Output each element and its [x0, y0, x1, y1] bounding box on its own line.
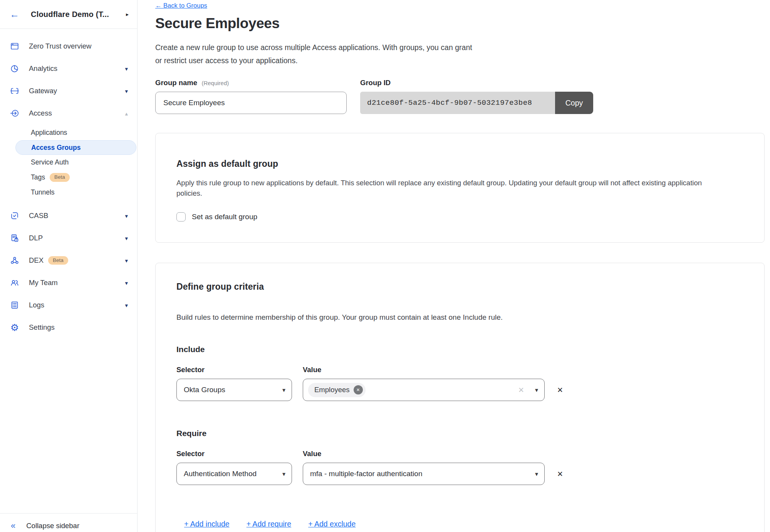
sidebar-item-access-groups[interactable]: Access Groups	[15, 140, 136, 155]
require-selector-dropdown[interactable]: Authentication Method ▾	[176, 463, 292, 485]
selected-option: Authentication Method	[184, 470, 257, 478]
value-tag-label: Employees	[314, 386, 350, 394]
casb-icon	[10, 211, 20, 220]
group-name-input[interactable]	[155, 92, 347, 114]
log-list-icon	[10, 300, 20, 310]
remove-require-rule-button[interactable]: ✕	[557, 470, 563, 478]
chevron-down-icon[interactable]: ▾	[125, 235, 128, 241]
sidebar: ← Cloudflare Demo (T... ▸ Zero Trust ove…	[0, 0, 138, 532]
sidebar-item-tunnels[interactable]: Tunnels	[0, 185, 137, 200]
chevron-down-icon: ▾	[282, 386, 285, 394]
sidebar-item-label: My Team	[29, 279, 58, 287]
checkbox-unchecked-icon[interactable]	[176, 212, 186, 222]
require-value-dropdown[interactable]: mfa - multiple-factor authentication ▾	[303, 463, 545, 485]
gateway-icon	[10, 86, 20, 96]
sidebar-item-service-auth[interactable]: Service Auth	[0, 155, 137, 170]
access-submenu: Applications Access Groups Service Auth …	[0, 125, 137, 200]
remove-include-rule-button[interactable]: ✕	[557, 386, 563, 394]
sidebar-item-label: CASB	[29, 211, 48, 220]
sidebar-item-label: DLP	[29, 234, 43, 242]
chevron-down-icon[interactable]: ▾	[125, 88, 128, 94]
main-content: ← Back to Groups Secure Employees Create…	[155, 0, 765, 532]
chevron-down-icon[interactable]: ▾	[125, 66, 128, 72]
clear-values-icon[interactable]: ✕	[518, 386, 524, 394]
sidebar-item-applications[interactable]: Applications	[0, 125, 137, 140]
assign-default-group-card: Assign as default group Apply this rule …	[155, 133, 765, 243]
page-description-line: Create a new rule group to use across mu…	[155, 41, 765, 54]
include-value-multiselect[interactable]: Employees ✕ ✕ ▾	[303, 379, 545, 401]
group-id-text: d21ce80f-5a25-4bcf-9b07-5032197e3be8	[367, 99, 532, 107]
group-id-value: d21ce80f-5a25-4bcf-9b07-5032197e3be8	[360, 92, 555, 114]
set-default-group-checkbox-row[interactable]: Set as default group	[176, 212, 257, 222]
card-description: Build rules to determine membership of t…	[176, 312, 723, 322]
sidebar-item-settings[interactable]: ⚙ Settings	[0, 316, 137, 339]
network-nodes-icon	[10, 256, 20, 265]
chevron-down-icon: ▾	[535, 386, 538, 394]
require-heading: Require	[176, 429, 743, 438]
sidebar-item-label: Access Groups	[31, 144, 81, 152]
sidebar-item-label: Zero Trust overview	[29, 42, 91, 50]
sidebar-item-dex[interactable]: DEX Beta ▾	[0, 249, 137, 272]
remove-tag-icon[interactable]: ✕	[354, 385, 363, 394]
document-lock-icon	[10, 233, 20, 243]
chevron-down-icon: ▾	[282, 470, 285, 478]
sidebar-item-access[interactable]: Access ▴	[0, 102, 137, 124]
page-description-line: or restrict user access to your applicat…	[155, 54, 765, 67]
sidebar-header: ← Cloudflare Demo (T... ▸	[0, 0, 137, 29]
sidebar-item-dlp[interactable]: DLP ▾	[0, 227, 137, 249]
expand-account-icon[interactable]: ▸	[126, 11, 129, 17]
gear-icon: ⚙	[10, 323, 20, 332]
sidebar-item-casb[interactable]: CASB ▾	[0, 205, 137, 227]
card-title: Define group criteria	[176, 282, 743, 292]
page-title: Secure Employees	[155, 15, 765, 32]
chevron-down-icon[interactable]: ▾	[125, 258, 128, 263]
access-icon	[10, 109, 20, 118]
card-description: Apply this rule group to new application…	[176, 178, 723, 198]
beta-badge: Beta	[48, 256, 68, 265]
add-exclude-link[interactable]: + Add exclude	[308, 520, 356, 529]
back-to-groups-link[interactable]: ← Back to Groups	[155, 2, 207, 9]
sidebar-nav: Zero Trust overview Analytics ▾ Gateway …	[0, 29, 137, 339]
chevron-up-icon[interactable]: ▴	[125, 111, 128, 116]
value-tag: Employees ✕	[308, 383, 366, 397]
include-labels-row: Selector Value	[176, 366, 743, 374]
sidebar-item-gateway[interactable]: Gateway ▾	[0, 80, 137, 102]
collapse-sidebar-button[interactable]: « Collapse sidebar	[0, 513, 137, 532]
people-icon	[10, 278, 20, 287]
require-rule-row: Authentication Method ▾ mfa - multiple-f…	[176, 463, 743, 485]
sidebar-item-label: Applications	[31, 129, 67, 137]
sidebar-item-my-team[interactable]: My Team ▾	[0, 272, 137, 294]
sidebar-item-tags[interactable]: Tags Beta	[0, 170, 137, 185]
collapse-sidebar-label: Collapse sidebar	[26, 522, 79, 530]
collapse-sidebar-icon: «	[11, 522, 15, 530]
sidebar-item-logs[interactable]: Logs ▾	[0, 294, 137, 316]
selector-label: Selector	[176, 366, 303, 374]
require-labels-row: Selector Value	[176, 450, 743, 458]
account-name: Cloudflare Demo (T...	[31, 10, 126, 19]
pie-chart-icon	[10, 64, 20, 73]
page-description: Create a new rule group to use across mu…	[155, 41, 765, 67]
copy-button[interactable]: Copy	[555, 92, 593, 114]
define-group-criteria-card: Define group criteria Build rules to det…	[155, 263, 765, 532]
selected-option: mfa - multiple-factor authentication	[310, 470, 422, 478]
checkbox-label: Set as default group	[192, 213, 257, 221]
sidebar-item-analytics[interactable]: Analytics ▾	[0, 57, 137, 80]
selected-option: Okta Groups	[184, 386, 225, 394]
sidebar-item-label: Tags	[31, 173, 45, 181]
chevron-down-icon[interactable]: ▾	[125, 302, 128, 308]
chevron-down-icon[interactable]: ▾	[125, 213, 128, 219]
back-arrow-icon[interactable]: ←	[10, 10, 19, 19]
chevron-down-icon: ▾	[535, 470, 538, 478]
sidebar-item-zero-trust-overview[interactable]: Zero Trust overview	[0, 35, 137, 57]
chevron-down-icon[interactable]: ▾	[125, 280, 128, 286]
sidebar-item-label: Analytics	[29, 64, 57, 73]
group-name-label: Group name	[155, 79, 197, 87]
value-label: Value	[303, 450, 321, 458]
sidebar-item-label: Service Auth	[31, 158, 69, 166]
add-require-link[interactable]: + Add require	[247, 520, 292, 529]
add-include-link[interactable]: + Add include	[184, 520, 230, 529]
sidebar-item-label: Logs	[29, 301, 44, 309]
sidebar-item-label: Tunnels	[31, 188, 55, 196]
include-heading: Include	[176, 345, 743, 354]
include-selector-dropdown[interactable]: Okta Groups ▾	[176, 379, 292, 401]
